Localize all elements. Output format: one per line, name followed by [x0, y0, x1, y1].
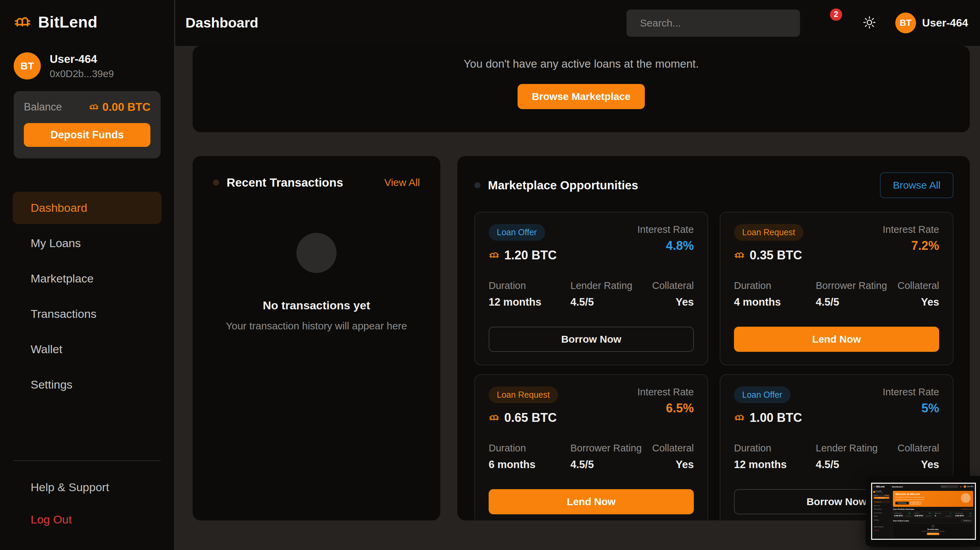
collateral-value: Yes: [898, 458, 940, 471]
logout-link[interactable]: Log Out: [0, 503, 174, 536]
bitcoin-logo-icon: [874, 486, 875, 487]
interest-rate-value: 7.2%: [883, 239, 939, 253]
brand: BitLend: [0, 0, 174, 31]
sidebar: BitLend BT User-464 0x0D2b...39e9 Balanc…: [0, 0, 175, 550]
duration-label: Duration: [734, 280, 816, 291]
interest-rate-value: 5%: [883, 401, 939, 415]
interest-rate-value: 4.8%: [637, 239, 694, 253]
rating-label: Borrower Rating: [570, 442, 652, 454]
content: You don't have any active loans at the m…: [175, 46, 980, 550]
balance-card: Balance 0.00 BTC Deposit Funds: [14, 91, 161, 159]
main-area: Dashboard 2 BT User-464 You don't have a…: [175, 0, 980, 550]
mini-banner-circle: [961, 493, 970, 503]
rating-value: 4.5/5: [570, 458, 652, 471]
view-all-link[interactable]: View All: [384, 177, 420, 188]
sidebar-item-settings[interactable]: Settings: [13, 368, 162, 401]
recent-transactions-title: Recent Transactions: [227, 176, 343, 189]
collateral-label: Collateral: [652, 280, 694, 291]
borrow-now-button[interactable]: Borrow Now: [488, 327, 694, 352]
loan-type-badge: Loan Request: [488, 387, 558, 403]
topbar: Dashboard 2 BT User-464: [175, 0, 980, 46]
collateral-label: Collateral: [898, 442, 940, 454]
bitcoin-icon: [488, 412, 500, 423]
transactions-empty-state: No transactions yet Your transaction his…: [213, 233, 420, 332]
mini-search: Search...: [940, 485, 958, 488]
active-loans-message: You don't have any active loans at the m…: [463, 57, 698, 70]
empty-state-title: No transactions yet: [263, 299, 370, 312]
empty-state-circle-icon: [296, 233, 337, 273]
bitcoin-icon: [734, 250, 745, 261]
sidebar-footer: Help & Support Log Out: [0, 460, 174, 550]
rating-value: 4.5/5: [816, 458, 897, 471]
section-dot-icon: [474, 182, 480, 188]
interest-rate-label: Interest Rate: [637, 224, 694, 235]
brand-name: BitLend: [38, 13, 98, 31]
rating-label: Lender Rating: [570, 280, 652, 291]
duration-value: 12 months: [488, 296, 570, 308]
help-support-link[interactable]: Help & Support: [0, 471, 174, 503]
loan-type-badge: Loan Offer: [488, 224, 545, 241]
bitcoin-icon: [89, 102, 99, 112]
topbar-avatar[interactable]: BT: [895, 13, 916, 33]
duration-value: 12 months: [734, 458, 816, 471]
interest-rate-value: 6.5%: [637, 401, 694, 415]
loan-amount: 0.35 BTC: [734, 248, 803, 262]
bitcoin-logo-icon: [14, 13, 31, 31]
sidebar-item-transactions[interactable]: Transactions: [13, 298, 162, 330]
recent-transactions-card: Recent Transactions View All No transact…: [192, 156, 440, 520]
mini-welcome-banner: Welcome to BitLend Your gateway to P2P B…: [893, 491, 973, 507]
empty-state-subtitle: Your transaction history will appear her…: [226, 320, 407, 332]
interest-rate-label: Interest Rate: [637, 387, 694, 398]
deposit-funds-button[interactable]: Deposit Funds: [24, 123, 150, 147]
loan-card: Loan Request 0.35 BTC Interest Rate 7.2%: [720, 212, 953, 365]
avatar: BT: [14, 52, 41, 79]
screenshot-preview-thumbnail: BitLend Dashboard Search... User-464 Use…: [871, 483, 976, 540]
marketplace-card: Marketplace Opportunities Browse All Loa…: [457, 156, 970, 520]
screenshot-preview-window[interactable]: BitLend Dashboard Search... User-464 Use…: [865, 476, 980, 547]
page-title: Dashboard: [185, 15, 258, 31]
loan-amount: 0.65 BTC: [488, 411, 558, 425]
sidebar-item-my-loans[interactable]: My Loans: [13, 227, 162, 259]
sidebar-item-dashboard[interactable]: Dashboard: [13, 192, 162, 224]
sidebar-item-marketplace[interactable]: Marketplace: [13, 262, 162, 295]
duration-label: Duration: [488, 280, 570, 291]
loan-amount: 1.00 BTC: [734, 411, 802, 425]
notification-badge[interactable]: 2: [830, 8, 842, 21]
collateral-value: Yes: [652, 296, 694, 308]
rating-label: Borrower Rating: [816, 280, 897, 291]
sidebar-user-block: BT User-464 0x0D2b...39e9: [0, 52, 174, 79]
search-input[interactable]: [627, 10, 800, 37]
interest-rate-label: Interest Rate: [883, 224, 939, 235]
marketplace-title: Marketplace Opportunities: [488, 179, 638, 192]
mini-avatar: [964, 485, 966, 488]
mini-notification-dot: [960, 486, 962, 487]
loan-card: Loan Request 0.65 BTC Interest Rate 6.5%: [474, 374, 708, 520]
collateral-label: Collateral: [898, 280, 940, 291]
bitcoin-icon: [734, 412, 745, 423]
section-dot-icon: [213, 179, 219, 185]
browse-all-button[interactable]: Browse All: [880, 172, 953, 198]
loan-card: Loan Offer 1.20 BTC Interest Rate 4.8%: [474, 212, 708, 365]
sidebar-item-wallet[interactable]: Wallet: [13, 333, 162, 365]
app-root: BitLend BT User-464 0x0D2b...39e9 Balanc…: [0, 0, 980, 550]
browse-marketplace-button[interactable]: Browse Marketplace: [517, 84, 645, 109]
bitcoin-icon: [488, 250, 500, 261]
sidebar-user-name: User-464: [50, 53, 114, 66]
topbar-username: User-464: [922, 17, 968, 29]
duration-label: Duration: [734, 442, 816, 454]
duration-value: 6 months: [488, 458, 570, 471]
interest-rate-label: Interest Rate: [883, 387, 939, 398]
loan-amount: 1.20 BTC: [488, 248, 557, 262]
loan-type-badge: Loan Request: [734, 224, 803, 241]
rating-value: 4.5/5: [816, 296, 897, 308]
collateral-label: Collateral: [652, 442, 694, 454]
rating-label: Lender Rating: [816, 442, 897, 454]
balance-value: 0.00 BTC: [89, 101, 150, 114]
collateral-value: Yes: [898, 296, 940, 308]
loan-type-badge: Loan Offer: [734, 387, 791, 403]
lend-now-button[interactable]: Lend Now: [734, 327, 939, 352]
theme-toggle-button[interactable]: [861, 15, 878, 31]
sun-icon: [862, 15, 877, 30]
active-loans-card: You don't have any active loans at the m…: [192, 46, 970, 132]
lend-now-button[interactable]: Lend Now: [488, 489, 694, 514]
